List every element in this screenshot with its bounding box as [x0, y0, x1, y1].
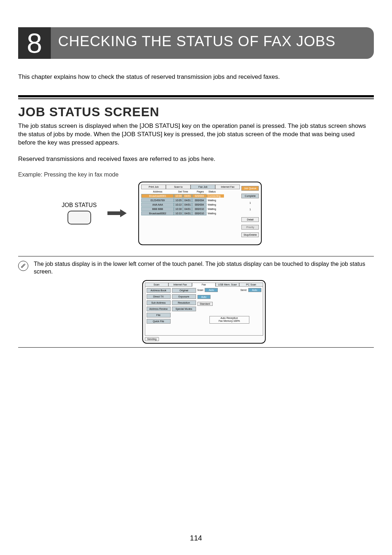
cell-address: Broadcast0001: [141, 194, 174, 198]
resolution-button[interactable]: Resolution: [172, 300, 196, 305]
send-auto-button[interactable]: Auto: [248, 288, 261, 292]
scan-label: Scan:: [197, 289, 204, 291]
table-header: Address Set Time Pages Status: [141, 189, 240, 194]
stop-delete-button[interactable]: Stop/Delete: [241, 232, 259, 237]
table-row[interactable]: Broadcast0002 10:33 04/01 000/010 Waitin…: [141, 211, 240, 215]
tab-usb-mem-scan[interactable]: USB Mem. Scan: [216, 283, 239, 287]
table-row[interactable]: 0123456789 10:05 04/01 000/004 Waiting: [141, 198, 240, 202]
cell-status: Waiting: [207, 199, 224, 202]
cell-pages: 000/004: [192, 203, 207, 207]
job-tabs: Print Job Scan to Fax Job Internet Fax: [141, 185, 240, 189]
th-settime: Set Time: [174, 190, 192, 193]
priority-button[interactable]: Priority: [241, 225, 259, 230]
table-row[interactable]: BBB BBB 10:30 04/01 000/010 Waiting: [141, 207, 240, 211]
address-book-button[interactable]: Address Book: [147, 288, 171, 293]
cell-time: 10:30: [174, 207, 183, 211]
cell-pages: 000/010: [192, 207, 207, 211]
body-text-1: The job status screen is displayed when …: [18, 122, 374, 147]
address-review-button[interactable]: Address Review: [147, 307, 171, 311]
cell-status: Waiting: [207, 207, 224, 211]
direct-tx-button[interactable]: Direct TX: [147, 294, 171, 299]
chapter-number: 8: [18, 27, 51, 59]
cell-time: 10:22: [174, 203, 183, 207]
scan-auto-button[interactable]: Auto: [205, 288, 218, 292]
quick-file-button[interactable]: Quick File: [147, 319, 171, 324]
body-text-2: Reserved transmissions and received faxe…: [18, 155, 374, 163]
section-rule: [18, 95, 374, 99]
cell-address: BBB BBB: [141, 207, 174, 211]
cell-date: 04/01: [183, 198, 192, 202]
chapter-header: 8 CHECKING THE STATUS OF FAX JOBS: [18, 27, 374, 59]
cell-date: 04/01: [183, 211, 192, 215]
cell-status: Waiting: [207, 212, 224, 215]
cell-address: 0123456789: [141, 198, 174, 202]
th-address: Address: [141, 190, 174, 193]
note-block: The job status display is in the lower l…: [18, 256, 374, 348]
exposure-button[interactable]: Exposure: [172, 294, 196, 299]
intro-text: This chapter explains how to check the s…: [18, 73, 374, 81]
resolution-value[interactable]: Standard: [197, 302, 213, 306]
cell-time: 10:00: [174, 194, 183, 198]
note-text: The job status display is in the lower l…: [34, 260, 374, 276]
tab-pc-scan[interactable]: PC Scan: [239, 283, 263, 287]
chapter-title: CHECKING THE STATUS OF FAX JOBS: [51, 27, 374, 59]
job-status-screen: Print Job Scan to Fax Job Internet Fax A…: [138, 182, 262, 245]
cell-pages: 000/010: [192, 211, 207, 215]
tab-scan-to[interactable]: Scan to: [166, 185, 191, 189]
sending-status[interactable]: Sending: [145, 337, 159, 341]
cell-time: 10:05: [174, 198, 183, 202]
job-status-key: JOB STATUS: [62, 202, 97, 224]
tab-scan[interactable]: Scan: [145, 283, 168, 287]
tab-internet-fax[interactable]: Internet Fax: [168, 283, 192, 287]
example-row: JOB STATUS Print Job Scan to Fax Job Int…: [18, 182, 374, 245]
pencil-icon: [18, 261, 28, 271]
file-button[interactable]: File: [147, 313, 171, 317]
tab-print-job[interactable]: Print Job: [141, 185, 166, 189]
table-row[interactable]: Broadcast0001 10:00 04/01 020/003 Connec…: [141, 194, 240, 198]
job-queue-button[interactable]: Job Queue: [241, 186, 259, 191]
sub-address-button[interactable]: Sub Address: [147, 300, 171, 305]
section-title: JOB STATUS SCREEN: [18, 105, 374, 119]
cell-pages: 000/004: [192, 198, 207, 202]
exposure-auto-button[interactable]: Auto: [197, 295, 211, 299]
page-number: 114: [0, 534, 392, 542]
original-button[interactable]: Original: [172, 288, 196, 293]
page-indicator-bottom: 1: [241, 208, 259, 211]
cell-pages: 020/003: [192, 194, 207, 198]
arrow-icon: [107, 210, 127, 216]
cell-address: AAA AAA: [141, 203, 174, 207]
page-indicator-top: 1: [241, 201, 259, 205]
cell-date: 04/01: [183, 203, 192, 207]
fax-memory-label: Fax Memory:100%: [210, 320, 249, 323]
cell-time: 10:33: [174, 211, 183, 215]
detail-button[interactable]: Detail: [241, 217, 259, 222]
reception-info: Auto Reception Fax Memory:100%: [209, 316, 249, 324]
cell-date: 04/01: [183, 207, 192, 211]
tab-internet-fax[interactable]: Internet Fax: [215, 185, 240, 189]
key-shape[interactable]: [68, 211, 91, 224]
key-label: JOB STATUS: [62, 202, 97, 208]
fax-mode-screen: Scan Internet Fax Fax USB Mem. Scan PC S…: [142, 280, 266, 344]
th-status: Status: [208, 190, 225, 193]
example-label: Example: Pressing the key in fax mode: [18, 171, 374, 178]
table-row[interactable]: AAA AAA 10:22 04/01 000/004 Waiting: [141, 203, 240, 207]
cell-status: Waiting: [207, 203, 224, 206]
auto-reception-label: Auto Reception: [210, 317, 249, 320]
th-pages: Pages: [192, 190, 208, 193]
cell-address: Broadcast0002: [141, 211, 174, 215]
send-label: Send:: [240, 289, 247, 291]
tab-fax[interactable]: Fax: [192, 283, 216, 287]
cell-status: Connecting: [207, 194, 224, 198]
special-modes-button[interactable]: Special Modes: [172, 307, 196, 311]
complete-button[interactable]: Complete: [241, 194, 259, 198]
cell-date: 04/01: [183, 194, 192, 198]
tab-fax-job[interactable]: Fax Job: [191, 185, 215, 189]
